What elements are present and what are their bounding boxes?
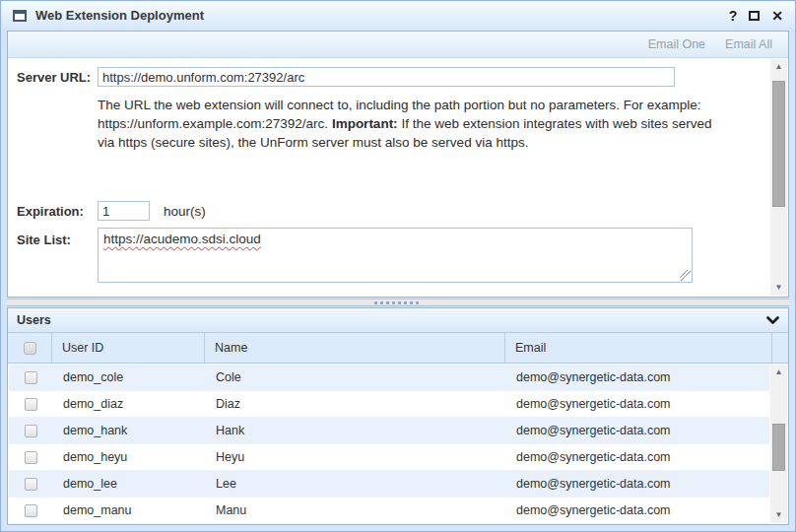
panel-splitter[interactable] bbox=[7, 299, 789, 306]
expiration-units-label: hour(s) bbox=[164, 204, 206, 219]
select-all-checkbox[interactable] bbox=[24, 342, 36, 355]
site-list-textarea[interactable]: https://acudemo.sdsi.cloud bbox=[98, 228, 693, 283]
help-icon[interactable]: ? bbox=[729, 9, 738, 23]
header-email[interactable]: Email bbox=[505, 333, 772, 363]
cell-name: Heyu bbox=[206, 444, 506, 470]
row-checkbox[interactable] bbox=[25, 451, 37, 464]
cell-user-id: demo_lee bbox=[53, 471, 206, 497]
header-stub-cell bbox=[772, 333, 788, 363]
help-text-important: Important: bbox=[332, 116, 398, 131]
header-user-id[interactable]: User ID bbox=[52, 333, 205, 363]
form-scrollbar[interactable]: ▲ ▼ bbox=[770, 59, 787, 296]
row-checkbox[interactable] bbox=[25, 478, 37, 491]
header-name[interactable]: Name bbox=[205, 333, 505, 363]
row-checkbox[interactable] bbox=[25, 425, 37, 437]
window-controls: ? ✕ bbox=[729, 9, 783, 23]
deployment-form-panel: Email One Email All Server URL: The URL … bbox=[7, 31, 789, 298]
cell-name: Cole bbox=[206, 365, 506, 390]
expiration-input[interactable] bbox=[98, 201, 150, 221]
users-panel-header[interactable]: Users bbox=[8, 308, 788, 333]
scroll-down-icon[interactable]: ▼ bbox=[770, 280, 787, 296]
row-checkbox[interactable] bbox=[25, 504, 37, 517]
cell-user-id: demo_manu bbox=[53, 498, 206, 523]
cell-email: demo@synergetic-data.com bbox=[506, 365, 769, 390]
toolbar: Email One Email All bbox=[8, 32, 788, 58]
email-all-button[interactable]: Email All bbox=[725, 37, 772, 51]
scroll-down-icon[interactable]: ▼ bbox=[770, 507, 787, 523]
row-checkbox[interactable] bbox=[25, 398, 37, 411]
expiration-label: Expiration: bbox=[17, 204, 84, 219]
users-panel-title: Users bbox=[17, 313, 51, 327]
cell-user-id: demo_cole bbox=[53, 365, 206, 390]
cell-name: Lee bbox=[206, 471, 506, 497]
textarea-resize-handle[interactable] bbox=[680, 270, 691, 281]
users-table-scrollbar[interactable]: ▲ ▼ bbox=[770, 365, 787, 523]
header-checkbox-cell[interactable] bbox=[8, 333, 52, 363]
chevron-down-icon[interactable] bbox=[766, 316, 779, 325]
cell-user-id: demo_heyu bbox=[53, 444, 206, 470]
close-icon[interactable]: ✕ bbox=[771, 9, 783, 23]
table-row[interactable]: demo_manu Manu demo@synergetic-data.com bbox=[9, 498, 769, 524]
cell-name: Hank bbox=[206, 418, 506, 443]
window-icon bbox=[13, 10, 27, 22]
scrollbar-thumb[interactable] bbox=[772, 424, 785, 471]
cell-email: demo@synergetic-data.com bbox=[506, 471, 769, 497]
table-row[interactable]: demo_hank Hank demo@synergetic-data.com bbox=[9, 418, 769, 444]
dialog-title: Web Extension Deployment bbox=[35, 8, 204, 23]
row-checkbox[interactable] bbox=[25, 371, 37, 384]
splitter-grip-icon bbox=[374, 301, 422, 304]
users-panel: Users User ID Name Email demo_cole Cole … bbox=[7, 307, 789, 525]
cell-email: demo@synergetic-data.com bbox=[506, 498, 769, 523]
server-url-help-text: The URL the web extension will connect t… bbox=[98, 96, 716, 152]
cell-user-id: demo_hank bbox=[53, 418, 206, 443]
users-table-header: User ID Name Email bbox=[8, 333, 788, 364]
table-row[interactable]: demo_diaz Diaz demo@synergetic-data.com bbox=[9, 391, 769, 418]
table-row[interactable]: demo_cole Cole demo@synergetic-data.com bbox=[9, 365, 769, 391]
server-url-label: Server URL: bbox=[17, 70, 91, 85]
scroll-up-icon[interactable]: ▲ bbox=[770, 365, 787, 380]
scrollbar-thumb[interactable] bbox=[772, 81, 785, 207]
cell-email: demo@synergetic-data.com bbox=[506, 391, 769, 417]
deployment-form: Server URL: The URL the web extension wi… bbox=[9, 59, 769, 296]
email-one-button[interactable]: Email One bbox=[648, 37, 705, 51]
web-extension-deployment-dialog: Web Extension Deployment ? ✕ Email One E… bbox=[0, 0, 796, 532]
server-url-input[interactable] bbox=[98, 67, 675, 87]
cell-user-id: demo_diaz bbox=[53, 391, 206, 417]
scroll-up-icon[interactable]: ▲ bbox=[770, 59, 787, 75]
site-list-value: https://acudemo.sdsi.cloud bbox=[103, 232, 261, 246]
cell-email: demo@synergetic-data.com bbox=[506, 444, 769, 470]
site-list-label: Site List: bbox=[17, 233, 71, 247]
users-table-body: demo_cole Cole demo@synergetic-data.com … bbox=[9, 365, 769, 523]
table-row[interactable]: demo_heyu Heyu demo@synergetic-data.com bbox=[9, 444, 769, 471]
table-row[interactable]: demo_lee Lee demo@synergetic-data.com bbox=[9, 471, 769, 498]
cell-name: Manu bbox=[206, 498, 506, 523]
cell-name: Diaz bbox=[206, 391, 506, 417]
cell-email: demo@synergetic-data.com bbox=[506, 418, 769, 443]
title-bar: Web Extension Deployment ? ✕ bbox=[1, 1, 795, 30]
maximize-icon[interactable] bbox=[749, 11, 760, 21]
